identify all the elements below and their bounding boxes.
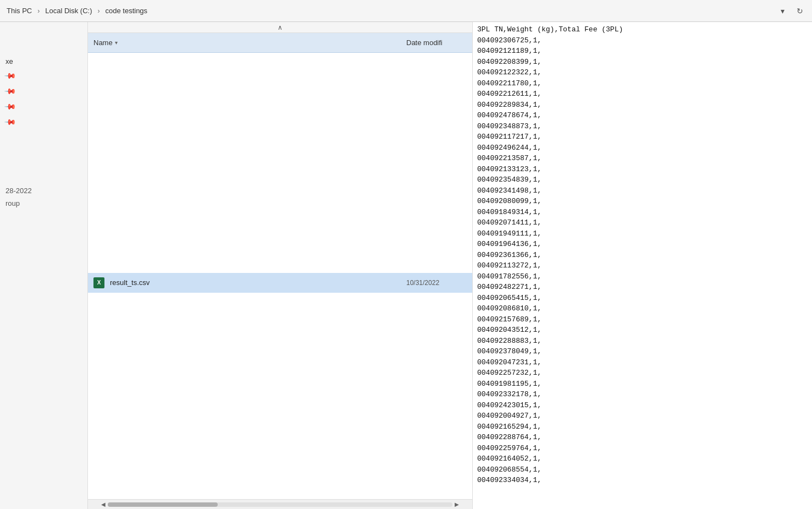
- scrollbar-thumb[interactable]: [108, 502, 218, 507]
- sidebar-pin-item-4[interactable]: 📌: [0, 114, 87, 129]
- breadcrumb-sep-1: ›: [36, 7, 41, 15]
- refresh-button[interactable]: ↻: [792, 3, 808, 19]
- breadcrumb-this-pc[interactable]: This PC: [4, 6, 34, 16]
- sidebar-pin-item-1[interactable]: 📌: [0, 68, 87, 83]
- column-name-label: Name: [93, 39, 113, 47]
- sidebar-pin-item-2[interactable]: 📌: [0, 83, 87, 98]
- file-list-body: X result_ts.csv 10/31/2022: [88, 53, 472, 499]
- dropdown-button[interactable]: ▾: [775, 3, 790, 19]
- sidebar-partial-date: 28-2022: [0, 184, 87, 197]
- file-icon-excel: X: [88, 277, 106, 288]
- file-list-header: Name ▾ Date modifi: [88, 33, 472, 53]
- scroll-right-button[interactable]: ▶: [452, 500, 461, 509]
- file-list-area: ∧ Name ▾ Date modifi X result_ts.csv 10/…: [88, 22, 473, 509]
- scroll-left-button[interactable]: ◀: [99, 500, 108, 509]
- sidebar: xe 📌 📌 📌 📌 28-2022 roup: [0, 22, 88, 509]
- sidebar-partial-text: xe: [0, 55, 87, 68]
- breadcrumb-local-disk[interactable]: Local Disk (C:): [43, 6, 94, 16]
- empty-space: [88, 53, 472, 273]
- scrollbar-track[interactable]: [108, 502, 452, 507]
- pin-icon-4: 📌: [4, 115, 16, 128]
- column-date-header[interactable]: Date modifi: [401, 33, 472, 52]
- file-date-result-ts: 10/31/2022: [401, 279, 472, 287]
- sidebar-pin-item-3[interactable]: 📌: [0, 98, 87, 114]
- sort-icon: ▾: [115, 40, 118, 46]
- column-name-header[interactable]: Name ▾: [88, 33, 401, 52]
- breadcrumb-folder[interactable]: code testings: [103, 6, 150, 16]
- file-list-scrollbar: ◀ ▶: [88, 499, 472, 509]
- main-layout: xe 📌 📌 📌 📌 28-2022 roup ∧ Name ▾: [0, 22, 812, 509]
- breadcrumb-sep-2: ›: [96, 7, 101, 15]
- sidebar-partial-group: roup: [0, 197, 87, 210]
- file-name-result-ts: result_ts.csv: [106, 278, 401, 287]
- file-row-result-ts[interactable]: X result_ts.csv 10/31/2022: [88, 273, 472, 293]
- pin-icon-3: 📌: [4, 100, 16, 112]
- pin-icon-2: 📌: [4, 84, 16, 97]
- address-bar: This PC › Local Disk (C:) › code testing…: [0, 0, 812, 22]
- column-date-label: Date modifi: [406, 39, 443, 47]
- excel-icon: X: [93, 277, 104, 288]
- preview-area[interactable]: 3PL TN,Weight (kg),Total Fee (3PL) 00409…: [473, 22, 812, 509]
- collapse-button[interactable]: ∧: [275, 22, 286, 33]
- pin-icon-1: 📌: [4, 69, 16, 81]
